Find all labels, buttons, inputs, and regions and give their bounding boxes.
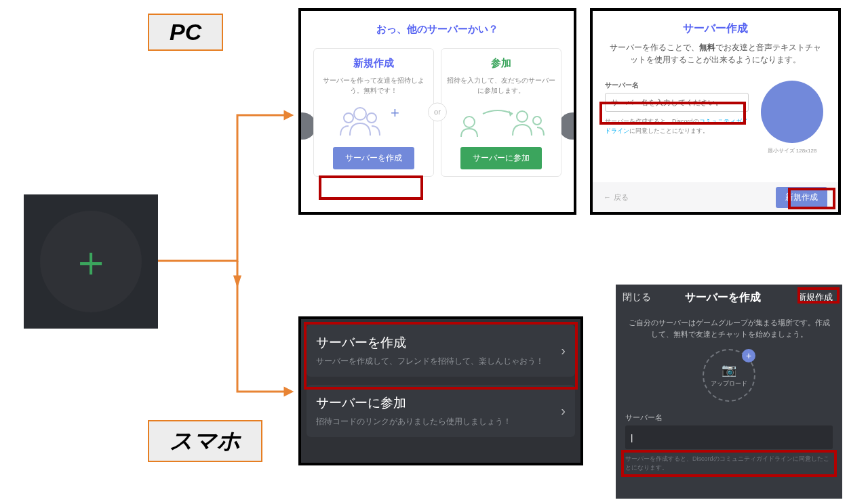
server-icon-upload[interactable] [761,81,823,143]
svg-marker-2 [235,276,240,285]
server-name-label: サーバー名 [625,413,833,423]
server-name-label: サーバー名 [605,81,749,90]
create-server-card[interactable]: 新規作成 サーバーを作って友達を招待しよう。無料です！ + サーバーを作成 [313,48,434,177]
mobile-create-or-join-panel: サーバーを作成 サーバーを作成して、フレンドを招待して、楽しんじゃおう！ › サ… [298,316,583,465]
plus-badge-icon: + [742,349,755,362]
card-title: サーバーに参加 [316,394,561,412]
highlight-mobile-create-card [304,322,578,390]
chevron-right-icon: › [561,403,566,419]
label-pc: PC [148,14,223,51]
highlight-new-button [797,287,840,304]
svg-marker-1 [285,388,292,395]
plus-circle: ＋ [40,211,142,312]
arrow-left-icon: ← [604,193,611,201]
dialog-title: おっ、他のサーバーかい？ [301,23,574,36]
pc-create-or-join-dialog: おっ、他のサーバーかい？ 新規作成 サーバーを作って友達を招待しよう。無料です！… [298,8,576,215]
join-card-title: 参加 [447,57,555,70]
dialog-desc: サーバーを作ることで、無料でお友達と音声テキストチャットを使用することが出来るよ… [609,41,822,66]
screen-title: サーバーを作成 [685,291,761,305]
create-server-button[interactable]: サーバーを作成 [333,147,414,169]
join-icon [447,102,555,140]
card-desc: 招待コードのリンクがありましたら使用しましょう！ [316,416,561,428]
highlight-create-button [319,175,423,200]
svg-point-4 [344,113,353,123]
or-divider: or [428,102,447,121]
highlight-server-name-input [621,450,837,477]
svg-point-10 [533,117,541,125]
upload-icon-button[interactable]: 📷 アップロード + [703,349,755,402]
join-server-button[interactable]: サーバーに参加 [460,147,542,169]
svg-marker-0 [285,112,292,119]
server-name-input[interactable] [625,425,833,449]
create-card-title: 新規作成 [319,57,428,70]
join-card-desc: 招待を入力して、友だちのサーバーに参加します。 [447,75,555,96]
people-icon: + [319,102,428,140]
svg-point-7 [464,117,475,127]
screen-desc: ご自分のサーバーはゲームグループが集まる場所です。作成して、無料で友達とチャット… [616,310,842,349]
svg-point-9 [517,111,528,122]
svg-marker-8 [509,110,513,117]
min-size-label: 最小サイズ 128x128 [758,147,826,154]
svg-point-3 [354,108,366,120]
close-button[interactable]: 閉じる [623,291,651,304]
camera-icon: 📷 [722,362,736,377]
mobile-server-create-screen: 閉じる サーバーを作成 新規作成 ご自分のサーバーはゲームグループが集まる場所で… [616,285,842,499]
highlight-create-footer-button [788,188,835,209]
highlight-server-name-input [599,102,746,125]
discord-add-server-button[interactable]: ＋ [24,194,158,329]
label-smartphone: スマホ [148,420,262,462]
dialog-title: サーバー作成 [593,22,838,36]
upload-label: アップロード [711,379,747,388]
svg-point-5 [367,113,376,123]
back-button[interactable]: ← 戻る [604,192,629,203]
plus-icon: ＋ [70,241,112,283]
create-card-desc: サーバーを作って友達を招待しよう。無料です！ [319,75,428,96]
mobile-join-server-card[interactable]: サーバーに参加 招待コードのリンクがありましたら使用しましょう！ › [307,385,575,437]
join-server-card[interactable]: 参加 招待を入力して、友だちのサーバーに参加します。 サーバーに参加 [441,48,561,177]
pc-server-create-dialog: サーバー作成 サーバーを作ることで、無料でお友達と音声テキストチャットを使用する… [590,8,841,215]
svg-text:+: + [391,104,399,121]
